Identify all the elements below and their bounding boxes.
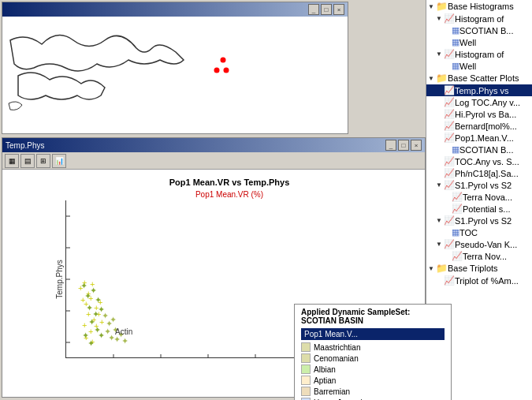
- tree-item[interactable]: 📈Triplot of %Am...: [426, 275, 532, 286]
- tree-item-label: S1.Pyrol vs S2: [455, 181, 512, 190]
- tree-item[interactable]: 📈Terra Nov...: [426, 250, 532, 262]
- tree-item[interactable]: 📈Terra Nova...: [426, 191, 532, 203]
- tree-item-label: SCOTIAN B...: [459, 145, 513, 155]
- tree-arrow: ▼: [428, 75, 436, 82]
- tree-item[interactable]: ▦SCOTIAN B...: [426, 24, 532, 36]
- tree-arrow: ▼: [436, 241, 444, 248]
- tree-arrow: ▼: [428, 3, 436, 10]
- toolbar-btn-1[interactable]: ▦: [5, 154, 19, 168]
- tree-item-label: Histogram of: [455, 14, 504, 24]
- svg-point-2: [224, 68, 229, 73]
- grid-icon: ▦: [452, 25, 459, 36]
- minimize-btn[interactable]: _: [308, 4, 319, 15]
- close-btn[interactable]: ×: [333, 4, 344, 15]
- legend-items: Maastrichtian Cenomanian Albian Aptian B…: [301, 342, 445, 400]
- tree-item[interactable]: ▼📁Base Scatter Plots: [426, 72, 532, 84]
- tree-item[interactable]: ▦Well: [426, 60, 532, 72]
- tree-item-label: Well: [459, 38, 476, 47]
- svg-text:✦: ✦: [87, 338, 95, 348]
- tree-item-label: Bernard[mol%...: [455, 121, 517, 131]
- chart-icon: 📈: [444, 97, 455, 107]
- tree-item[interactable]: 📈Hi.Pyrol vs Ba...: [426, 108, 532, 120]
- legend-item: Maastrichtian: [301, 342, 445, 352]
- tree-arrow: ▼: [428, 265, 436, 272]
- scatter-close-btn[interactable]: ×: [411, 140, 422, 151]
- tree-item[interactable]: ▼📈Histogram of: [426, 48, 532, 60]
- tree-item-label: Ph/nC18[a].Sa...: [455, 169, 519, 178]
- folder-icon: 📁: [436, 1, 448, 12]
- chart-icon: 📈: [444, 133, 455, 143]
- tree-item[interactable]: 📈Potential s...: [426, 203, 532, 215]
- tree-item[interactable]: 📈Ph/nC18[a].Sa...: [426, 167, 532, 179]
- tree-item-label: Temp.Phys vs: [455, 86, 508, 95]
- tree-arrow: ▼: [436, 50, 444, 58]
- tree-item[interactable]: ▼📈S1.Pyrol vs S2: [426, 215, 532, 226]
- scatter-title-bar[interactable]: Temp.Phys _ □ ×: [2, 138, 425, 152]
- tree-item[interactable]: ▦TOC: [426, 226, 532, 238]
- chart-icon: 📈: [452, 204, 463, 214]
- svg-text:✦: ✦: [90, 286, 97, 295]
- tree-item-label: Terra Nova...: [463, 193, 512, 202]
- chart-icon: 📈: [452, 251, 463, 261]
- scatter-window: Temp.Phys _ □ × ▦ ▤ ⊞ 📊 Pop1 Mean.VR vs …: [2, 137, 426, 398]
- tree-item-label: Triplot of %Am...: [455, 276, 519, 286]
- sketch-canvas: [2, 17, 348, 133]
- tree-item-label: Hi.Pyrol vs Ba...: [455, 110, 516, 119]
- tree-item[interactable]: ▼📁Base Histograms: [426, 0, 532, 13]
- tree-item-label: Potential s...: [463, 204, 511, 214]
- tree-item[interactable]: ▦SCOTIAN B...: [426, 144, 532, 155]
- x-axis-label: Pop1 Mean.VR (%): [42, 190, 417, 199]
- legend-color-box: [301, 353, 311, 363]
- tree-item-label: TOC: [459, 228, 478, 237]
- tree-item[interactable]: 📈Pop1.Mean.V...: [426, 132, 532, 144]
- tree-item[interactable]: ▼📁Base Triplots: [426, 262, 532, 275]
- svg-point-0: [221, 58, 226, 63]
- sketch-window: _ □ ×: [2, 2, 348, 134]
- chart-icon: 📈: [444, 85, 455, 95]
- tree-item[interactable]: 📈Temp.Phys vs: [426, 84, 532, 96]
- toolbar-btn-2[interactable]: ▤: [20, 154, 35, 168]
- chart-icon: 📈: [444, 215, 455, 226]
- chart-icon: 📈: [444, 168, 455, 178]
- scatter-maximize-btn[interactable]: □: [398, 140, 409, 151]
- toolbar-btn-4[interactable]: 📊: [52, 154, 66, 168]
- chart-icon: 📈: [444, 49, 455, 59]
- plot-title: Pop1 Mean.VR vs Temp.Phys: [42, 178, 417, 187]
- tree-item-label: S1.Pyrol vs S2: [455, 216, 512, 226]
- legend-header: Applied Dynamic SampleSet: SCOTIAN BASIN: [301, 308, 445, 325]
- toolbar-btn-3[interactable]: ⊞: [36, 154, 50, 168]
- grid-icon: ▦: [452, 37, 459, 47]
- legend-popup: Applied Dynamic SampleSet: SCOTIAN BASIN…: [294, 304, 452, 400]
- tree-item-label: Base Triplots: [448, 264, 498, 273]
- legend-color-box: [301, 342, 311, 352]
- svg-text:✦: ✦: [110, 315, 117, 324]
- folder-icon: 📁: [436, 263, 448, 274]
- maximize-btn[interactable]: □: [321, 4, 332, 15]
- tree-item[interactable]: ▼📈S1.Pyrol vs S2: [426, 179, 532, 191]
- legend-color-box: [301, 376, 311, 385]
- chart-icon: 📈: [444, 275, 455, 286]
- tree-container: ▼📁Base Histograms▼📈Histogram of▦SCOTIAN …: [426, 0, 532, 286]
- svg-text:✦: ✦: [80, 281, 87, 290]
- tree-item[interactable]: 📈Bernard[mol%...: [426, 120, 532, 132]
- svg-text:✦: ✦: [121, 336, 128, 346]
- chart-icon: 📈: [444, 121, 455, 131]
- svg-text:+: +: [82, 320, 87, 330]
- tree-item[interactable]: 📈Log TOC.Any v...: [426, 96, 532, 108]
- folder-icon: 📁: [436, 73, 448, 84]
- sketch-title-bar[interactable]: _ □ ×: [2, 2, 348, 17]
- legend-item: Barremian: [301, 387, 445, 396]
- chart-icon: 📈: [452, 192, 463, 202]
- tree-item[interactable]: 📈TOC.Any vs. S...: [426, 155, 532, 167]
- legend-item: Albian: [301, 364, 445, 374]
- svg-text:✦: ✦: [95, 295, 102, 305]
- legend-color-box: [301, 387, 311, 396]
- legend-item: Cenomanian: [301, 353, 445, 363]
- grid-icon: ▦: [452, 61, 459, 71]
- tree-item[interactable]: ▼📈Histogram of: [426, 13, 532, 24]
- tree-item[interactable]: ▼📈Pseudo-Van K...: [426, 238, 532, 250]
- legend-item: Aptian: [301, 376, 445, 385]
- tree-item[interactable]: ▦Well: [426, 36, 532, 48]
- legend-selected-item[interactable]: Pop1 Mean.V...: [301, 328, 445, 340]
- scatter-minimize-btn[interactable]: _: [385, 140, 396, 151]
